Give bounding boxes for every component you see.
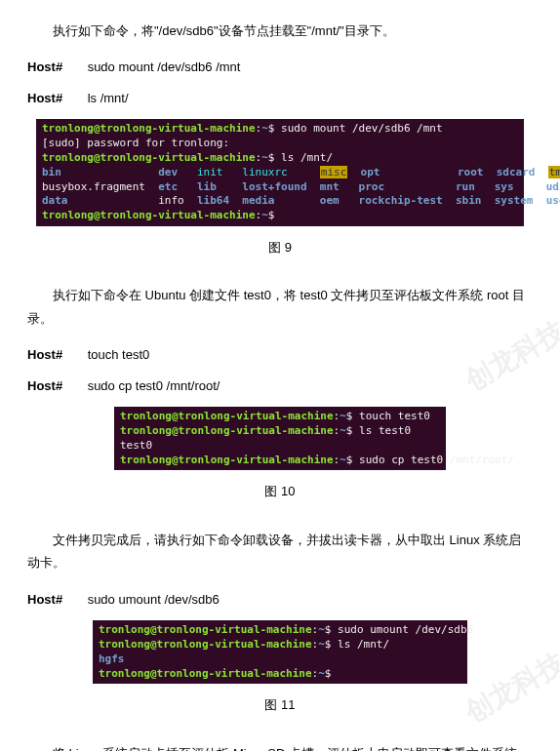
cmd-text: sudo mount /dev/sdb6 /mnt xyxy=(88,59,241,74)
cmd-prompt: Host# xyxy=(27,56,76,78)
paragraph-1: 执行如下命令，将"/dev/sdb6"设备节点挂载至"/mnt/"目录下。 xyxy=(27,20,533,42)
paragraph-4: 将 Linux 系统启动卡插至评估板 Micro SD 卡槽，评估板上电启动即可… xyxy=(27,742,533,751)
command-line-2: Host# ls /mnt/ xyxy=(27,87,533,109)
watermark: 创龙科技 xyxy=(456,639,560,736)
figure-caption-2: 图 10 xyxy=(27,480,533,502)
figure-caption-1: 图 9 xyxy=(27,236,533,258)
terminal-screenshot-2: tronlong@tronlong-virtual-machine:~$ tou… xyxy=(114,407,446,470)
command-line-4: Host# sudo cp test0 /mnt/root/ xyxy=(27,375,533,397)
cmd-prompt: Host# xyxy=(27,588,76,611)
paragraph-3: 文件拷贝完成后，请执行如下命令卸载设备，并拔出读卡器，从中取出 Linux 系统… xyxy=(27,529,533,574)
paragraph-2: 执行如下命令在 Ubuntu 创建文件 test0，将 test0 文件拷贝至评… xyxy=(27,284,533,330)
cmd-prompt: Host# xyxy=(27,343,76,366)
cmd-text: ls /mnt/ xyxy=(88,91,129,105)
command-line-5: Host# sudo umount /dev/sdb6 xyxy=(27,588,533,611)
cmd-text: sudo cp test0 /mnt/root/ xyxy=(88,378,220,393)
cmd-text: sudo umount /dev/sdb6 xyxy=(88,592,220,607)
cmd-text: touch test0 xyxy=(88,347,150,362)
terminal-screenshot-1: tronlong@tronlong-virtual-machine:~$ sud… xyxy=(36,119,524,226)
figure-caption-3: 图 11 xyxy=(27,693,533,716)
cmd-prompt: Host# xyxy=(27,375,76,397)
cmd-prompt: Host# xyxy=(27,87,76,109)
command-line-1: Host# sudo mount /dev/sdb6 /mnt xyxy=(27,56,533,78)
command-line-3: Host# touch test0 xyxy=(27,343,533,366)
terminal-screenshot-3: tronlong@tronlong-virtual-machine:~$ sud… xyxy=(93,620,467,684)
